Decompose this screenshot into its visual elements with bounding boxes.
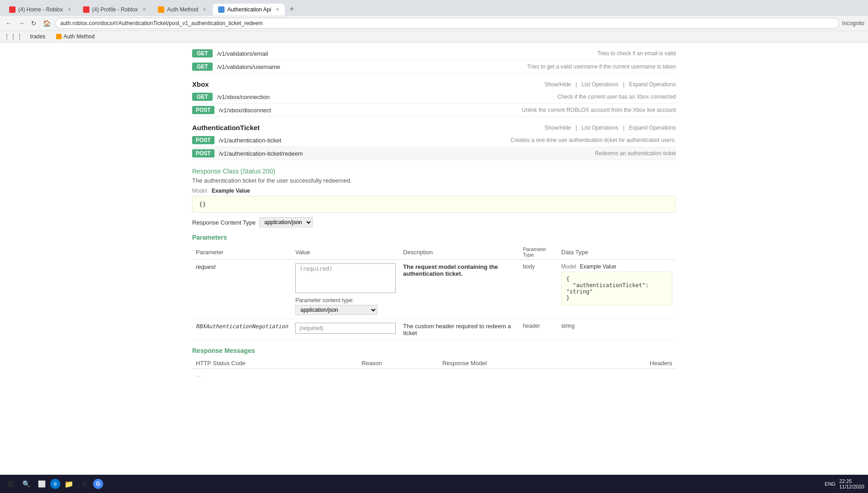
get-badge-email: GET: [192, 49, 213, 58]
param-desc-rbx-auth: The custom header required to redeem a t…: [403, 323, 511, 336]
tab-profile[interactable]: (4) Profile - Roblox ✕: [78, 4, 152, 16]
response-code-block: {}: [192, 196, 676, 213]
tab-label-auth-method: Auth Method: [167, 6, 198, 13]
auth-redeem-desc: Redeems an authentication ticket: [595, 150, 676, 157]
post-badge-xbox-disc: POST: [192, 106, 214, 114]
response-class-desc: The authentication ticket for the user s…: [192, 177, 676, 184]
new-tab-button[interactable]: +: [286, 3, 298, 16]
response-model-tabs: Model Example Value: [192, 188, 676, 194]
xbox-conn-desc: Check if the current user has an Xbox co…: [558, 94, 676, 100]
xbox-show-hide[interactable]: Show/Hide: [544, 81, 571, 88]
col-parameter: Parameter: [192, 245, 292, 260]
auth-ticket-section-actions: Show/Hide | List Operations | Expand Ope…: [544, 125, 676, 131]
auth-expand-ops[interactable]: Expand Operations: [629, 125, 676, 131]
tab-favicon-home: [9, 6, 16, 13]
bookmark-apps-icon: ⋮⋮⋮: [4, 33, 23, 40]
tab-bar: (4) Home - Roblox ✕ (4) Profile - Roblox…: [0, 0, 868, 16]
address-input[interactable]: [55, 18, 839, 29]
endpoint-auth-redeem-post: POST /v1/authentication-ticket/redeem Re…: [192, 147, 676, 160]
parameters-table: Parameter Value Description Parameter Ty…: [192, 245, 676, 341]
param-name-rbx-auth: RBXAuthenticationNegotiation: [196, 323, 288, 330]
response-messages-table: HTTP Status Code Reason Response Model H…: [192, 358, 676, 381]
auth-ticket-section-header: AuthenticationTicket Show/Hide | List Op…: [192, 124, 676, 131]
xbox-expand-ops[interactable]: Expand Operations: [629, 81, 676, 88]
email-desc: Tries to check if an email is valid: [597, 50, 676, 57]
xbox-title: Xbox: [192, 80, 209, 88]
incognito-label: Incognito: [842, 20, 864, 26]
param-row-rbx-auth: RBXAuthenticationNegotiation The custom …: [192, 319, 676, 341]
response-messages-title: Response Messages: [192, 347, 676, 354]
tab-favicon-auth-api: [218, 6, 225, 13]
response-class-section: Response Class (Status 200) The authenti…: [192, 168, 676, 213]
post-badge-auth-redeem: POST: [192, 149, 214, 157]
auth-ticket-title: AuthenticationTicket: [192, 124, 260, 131]
xbox-disc-path[interactable]: /v1/xbox/disconnect: [219, 107, 310, 114]
tab-label-home: (4) Home - Roblox: [18, 6, 63, 13]
tab-close-profile[interactable]: ✕: [142, 7, 146, 12]
param-type-request: body: [519, 260, 558, 319]
browser-chrome: (4) Home - Roblox ✕ (4) Profile - Roblox…: [0, 0, 868, 42]
col-headers: Headers: [589, 358, 676, 369]
param-content-type-select[interactable]: application/json: [295, 305, 377, 315]
bookmark-trades[interactable]: trades: [26, 32, 49, 41]
xbox-section-actions: Show/Hide | List Operations | Expand Ope…: [544, 81, 676, 88]
bookmark-auth-label: Auth Method: [63, 33, 94, 40]
param-value-request[interactable]: (required): [295, 263, 396, 293]
auth-show-hide[interactable]: Show/Hide: [544, 125, 571, 131]
auth-ticket-path[interactable]: /v1/authentication-ticket: [219, 137, 310, 144]
parameters-title: Parameters: [192, 234, 676, 241]
response-example-tab[interactable]: Example Value: [212, 188, 250, 194]
get-badge-xbox-conn: GET: [192, 93, 213, 101]
get-badge-username: GET: [192, 63, 213, 71]
param-data-type-code: { "authenticationTicket": "string"}: [561, 272, 672, 305]
auth-redeem-path[interactable]: /v1/authentication-ticket/redeem: [219, 150, 310, 157]
home-button[interactable]: 🏠: [41, 18, 52, 29]
response-model-label[interactable]: Model: [192, 188, 207, 194]
tab-label-profile: (4) Profile - Roblox: [92, 6, 138, 13]
response-content-type-select[interactable]: application/json text/xml: [259, 217, 313, 227]
post-badge-auth-ticket: POST: [192, 136, 214, 144]
tab-auth-api[interactable]: Authentication Api ✕: [213, 4, 285, 16]
endpoint-validators-email: GET /v1/validators/email Tries to check …: [192, 47, 676, 60]
col-reason: Reason: [358, 358, 439, 369]
param-data-type-tabs: Model Example Value: [561, 263, 672, 270]
param-example-tab[interactable]: Example Value: [580, 263, 617, 270]
username-desc: Tries to get a valid username if the cur…: [527, 63, 676, 70]
param-model-tab[interactable]: Model: [561, 263, 576, 270]
refresh-button[interactable]: ↻: [29, 18, 38, 29]
endpoint-xbox-connection: GET /v1/xbox/connection Check if the cur…: [192, 90, 676, 104]
xbox-conn-path[interactable]: /v1/xbox/connection: [217, 94, 309, 100]
col-data-type: Data Type: [558, 245, 676, 260]
tab-home[interactable]: (4) Home - Roblox ✕: [4, 4, 77, 16]
bookmark-auth-icon: [56, 34, 62, 39]
username-path[interactable]: /v1/validators/username: [217, 63, 309, 70]
param-desc-request: The request model containing the authent…: [403, 263, 498, 277]
tab-favicon-profile: [83, 6, 89, 13]
col-response-model: Response Model: [439, 358, 589, 369]
email-path[interactable]: /v1/validators/email: [217, 50, 309, 57]
bookmark-trades-label: trades: [30, 33, 45, 40]
auth-list-ops[interactable]: List Operations: [581, 125, 618, 131]
xbox-pipe2: |: [623, 81, 624, 88]
param-content-type-label: Parameter content type:: [295, 297, 396, 304]
tab-close-auth-method[interactable]: ✕: [203, 7, 206, 12]
forward-button[interactable]: →: [16, 18, 26, 29]
auth-pipe2: |: [623, 125, 624, 131]
col-value: Value: [292, 245, 399, 260]
col-param-type: Parameter Type: [519, 245, 558, 260]
bookmark-auth-method[interactable]: Auth Method: [52, 32, 98, 41]
tab-close-auth-api[interactable]: ✕: [276, 7, 279, 12]
tab-auth-method[interactable]: Auth Method ✕: [152, 4, 212, 16]
param-name-request: request: [196, 263, 215, 270]
param-row-request: request (required) Parameter content typ…: [192, 260, 676, 319]
response-content-type-row: Response Content Type application/json t…: [192, 217, 676, 227]
xbox-list-ops[interactable]: List Operations: [581, 81, 618, 88]
tab-close-home[interactable]: ✕: [68, 7, 71, 12]
back-button[interactable]: ←: [4, 18, 14, 29]
address-bar: ← → ↻ 🏠 Incognito: [0, 16, 868, 31]
response-messages-empty: ...: [192, 369, 676, 381]
endpoint-validators-username: GET /v1/validators/username Tries to get…: [192, 60, 676, 73]
xbox-disc-desc: Unlink the current ROBLOX account from t…: [522, 107, 676, 113]
param-value-rbx-auth[interactable]: [295, 323, 396, 334]
xbox-section-header: Xbox Show/Hide | List Operations | Expan…: [192, 80, 676, 88]
